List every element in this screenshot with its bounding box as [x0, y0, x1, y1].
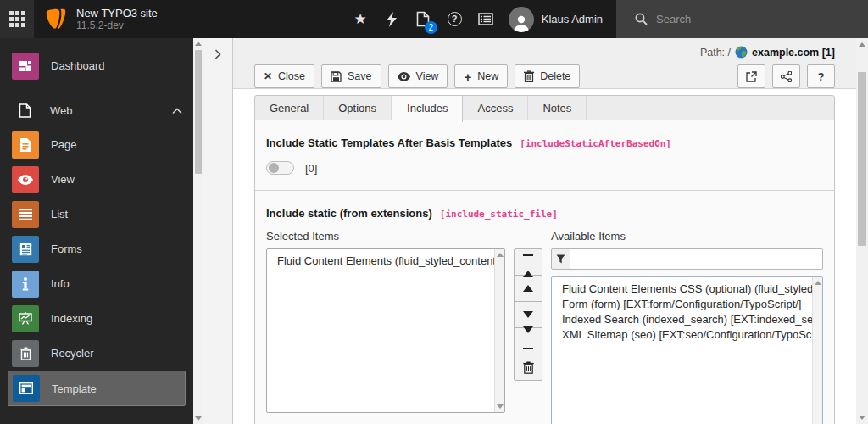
filter-group	[551, 248, 823, 270]
listbox-scrollbar[interactable]	[812, 277, 822, 424]
star-icon: ★	[354, 10, 367, 28]
sidebar-scrollbar[interactable]	[193, 38, 203, 424]
scroll-down-arrow[interactable]	[859, 416, 865, 420]
globe-icon	[735, 46, 748, 59]
open-in-new-window-button[interactable]	[737, 64, 765, 88]
module-menu-toggle-button[interactable]	[0, 0, 34, 38]
breadcrumb: Path: / example.com [1]	[254, 43, 835, 61]
search-area[interactable]	[616, 0, 868, 38]
sidebar-item-page[interactable]: Page	[0, 127, 193, 162]
help-icon: ?	[448, 12, 462, 26]
selected-items-listbox[interactable]: Fluid Content Elements (fluid_styled_con…	[266, 248, 505, 413]
toggle-switch[interactable]	[266, 161, 294, 175]
sidebar-item-forms[interactable]: Forms	[0, 232, 193, 266]
close-button[interactable]: ✕ Close	[254, 64, 314, 88]
template-icon	[13, 375, 40, 402]
path-label: Path: /	[700, 47, 731, 59]
tab-panel-includes: Include Static Templates After Basis Tem…	[254, 120, 835, 424]
module-menu-sidebar: Dashboard Web Page View	[0, 38, 193, 424]
sidebar-item-label: View	[51, 173, 75, 186]
bookmarks-button[interactable]: ★	[345, 0, 376, 38]
main-scrollbar[interactable]	[856, 38, 868, 424]
trash-icon	[524, 70, 534, 82]
sidebar-item-view[interactable]: View	[0, 162, 193, 197]
site-brand[interactable]: New TYPO3 site 11.5.2-dev	[34, 0, 170, 38]
sidebar-item-label: List	[51, 208, 68, 220]
sidebar-item-dashboard[interactable]: Dashboard	[0, 48, 193, 83]
share-button[interactable]	[772, 64, 800, 88]
save-button[interactable]: Save	[321, 64, 381, 88]
move-to-bottom-icon	[523, 333, 533, 349]
doc-header: Path: / example.com [1] ✕ Close Save	[233, 38, 856, 89]
sidebar-item-recycler[interactable]: Recycler	[0, 336, 193, 371]
list-item[interactable]: Fluid Content Elements CSS (optional) (f…	[552, 282, 812, 297]
available-items-listbox[interactable]: Fluid Content Elements CSS (optional) (f…	[551, 276, 823, 424]
plus-icon: +	[464, 70, 471, 83]
selected-items-options: Fluid Content Elements (fluid_styled_con…	[267, 249, 494, 412]
remove-item-button[interactable]	[514, 354, 542, 381]
user-menu-button[interactable]: Klaus Admin	[502, 0, 616, 38]
expand-navigation-button[interactable]	[209, 46, 226, 65]
page-reference[interactable]: example.com [1]	[752, 47, 835, 59]
clear-cache-button[interactable]	[376, 0, 408, 38]
list-item[interactable]: Indexed Search (indexed_search) [EXT:ind…	[552, 312, 812, 327]
tab-access[interactable]: Access	[463, 96, 528, 120]
move-down-icon	[523, 311, 533, 318]
search-input[interactable]	[656, 13, 826, 25]
question-icon: ?	[818, 70, 825, 83]
tab-general[interactable]: General	[255, 96, 324, 120]
avatar	[509, 7, 534, 32]
scrollbar-thumb[interactable]	[858, 72, 866, 246]
view-button[interactable]: View	[388, 64, 448, 88]
move-up-icon	[523, 285, 533, 292]
content-module: Path: / example.com [1] ✕ Close Save	[233, 38, 856, 424]
list-item[interactable]: Fluid Content Elements (fluid_styled_con…	[267, 254, 494, 269]
selected-items-label: Selected Items	[266, 230, 505, 243]
forms-icon	[12, 236, 39, 263]
list-item[interactable]: XML Sitemap (seo) [EXT:seo/Configuration…	[552, 327, 812, 343]
list-item[interactable]: Form (form) [EXT:form/Configuration/Typo…	[552, 297, 812, 312]
sidebar-item-list[interactable]: List	[0, 197, 193, 232]
field-heading: Include Static Templates After Basis Tem…	[266, 137, 823, 149]
move-to-top-button[interactable]	[514, 248, 542, 276]
scroll-up-arrow[interactable]	[859, 42, 865, 47]
sidebar-item-template[interactable]: Template	[8, 371, 186, 406]
scrollbar-thumb[interactable]	[195, 50, 202, 174]
available-items-filter-input[interactable]	[570, 248, 823, 270]
modules-grid-icon	[9, 11, 25, 27]
system-information-button[interactable]	[470, 0, 502, 38]
opened-documents-button[interactable]: 2	[408, 0, 439, 38]
toggle-knob	[269, 163, 279, 173]
indexing-icon	[12, 305, 39, 332]
tab-includes[interactable]: Includes	[392, 96, 463, 122]
delete-button[interactable]: Delete	[515, 64, 580, 88]
listbox-scrollbar[interactable]	[494, 249, 504, 412]
help-menu-button[interactable]: ?	[439, 0, 470, 38]
move-down-button[interactable]	[514, 301, 542, 328]
help-button[interactable]: ?	[807, 64, 835, 88]
scroll-up-arrow[interactable]	[497, 253, 504, 257]
sidebar-item-indexing[interactable]: Indexing	[0, 301, 193, 336]
scroll-up-arrow[interactable]	[195, 42, 202, 46]
sidebar-section-label: Web	[50, 104, 73, 117]
chevron-right-icon	[214, 49, 221, 59]
scroll-down-arrow[interactable]	[497, 404, 504, 409]
tab-notes[interactable]: Notes	[528, 96, 587, 120]
dashboard-icon	[12, 53, 39, 80]
sidebar-item-info[interactable]: Info	[0, 266, 193, 301]
search-icon	[635, 13, 648, 25]
sidebar-item-label: Template	[52, 382, 97, 395]
scroll-up-arrow[interactable]	[815, 281, 821, 285]
move-up-button[interactable]	[514, 275, 542, 302]
scroll-down-arrow[interactable]	[195, 416, 202, 421]
share-icon	[781, 71, 792, 82]
list-control-buttons	[514, 223, 542, 381]
sidebar-item-label: Recycler	[51, 347, 94, 360]
tab-options[interactable]: Options	[324, 96, 392, 120]
new-button[interactable]: + New	[454, 64, 508, 88]
sidebar-section-web[interactable]: Web	[0, 92, 193, 127]
trash-icon	[523, 361, 534, 374]
web-icon	[11, 97, 38, 124]
move-to-bottom-button[interactable]	[514, 327, 542, 354]
field-heading: Include static (from extensions)[include…	[266, 207, 823, 220]
